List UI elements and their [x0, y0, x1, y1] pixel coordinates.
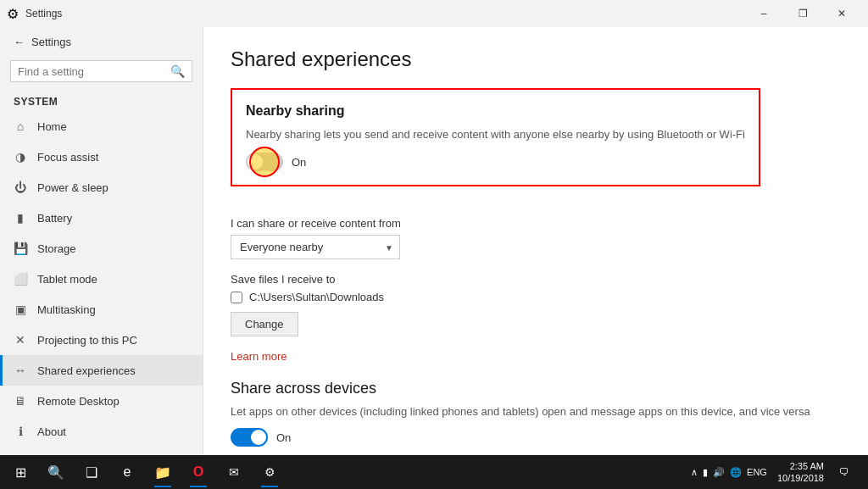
sidebar-item-battery[interactable]: ▮ Battery: [0, 203, 203, 233]
sidebar-item-label-about: About: [37, 425, 66, 438]
share-across-title: Share across devices: [231, 380, 841, 397]
start-button[interactable]: ⊞: [3, 455, 37, 489]
share-across-toggle[interactable]: [231, 428, 268, 447]
taskbar-mail[interactable]: ✉: [217, 455, 251, 489]
task-view-button[interactable]: ❑: [75, 455, 108, 489]
minimize-button[interactable]: –: [744, 0, 783, 27]
taskbar-edge[interactable]: e: [110, 455, 144, 489]
learn-more-link[interactable]: Learn more: [231, 350, 287, 363]
taskbar-date: 10/19/2018: [777, 472, 824, 484]
share-across-desc: Let apps on other devices (including lin…: [231, 404, 841, 420]
sidebar-item-label-projecting: Projecting to this PC: [37, 334, 137, 347]
sidebar-item-home[interactable]: ⌂ Home: [0, 111, 203, 142]
network-icon: 🌐: [730, 467, 742, 478]
tablet-icon: ⬜: [14, 272, 27, 286]
notification-button[interactable]: 🗨: [827, 455, 861, 489]
sidebar-item-label-shared: Shared experiences: [37, 364, 136, 377]
titlebar-title: Settings: [25, 8, 62, 19]
nearby-sharing-section: Nearby sharing Nearby sharing lets you s…: [231, 88, 760, 186]
settings-icon: ⚙: [7, 6, 19, 22]
restore-button[interactable]: ❐: [783, 0, 822, 27]
projecting-icon: ✕: [14, 333, 27, 347]
taskbar: ⊞ 🔍 ❑ e 📁 O ✉ ⚙ ∧ ▮: [0, 455, 868, 489]
sidebar-item-label-tablet-mode: Tablet mode: [37, 273, 97, 286]
sidebar-item-about[interactable]: ℹ About: [0, 416, 203, 447]
sidebar-item-label-storage: Storage: [37, 242, 76, 255]
sidebar-search-box[interactable]: 🔍: [10, 60, 192, 82]
battery-icon: ▮: [14, 211, 27, 225]
home-icon: ⌂: [14, 119, 27, 133]
chevron-up-icon[interactable]: ∧: [691, 467, 698, 478]
sidebar-item-shared-experiences[interactable]: ↔ Shared experiences: [0, 355, 203, 386]
toggle-knob: [248, 154, 263, 169]
battery-taskbar-icon: ▮: [703, 467, 708, 478]
sidebar-back-button[interactable]: ← Settings: [0, 27, 203, 57]
taskbar-right: ∧ ▮ 🔊 🌐 ENG 2:35 AM 10/19/2018 🗨: [684, 455, 865, 489]
titlebar-controls: – ❐ ✕: [744, 0, 861, 27]
main-content: Shared experiences Nearby sharing Nearby…: [203, 27, 868, 455]
running-apps: e 📁 O ✉ ⚙: [110, 455, 287, 489]
sidebar-item-label-battery: Battery: [37, 212, 72, 225]
focus-assist-icon: ◑: [14, 150, 27, 164]
sidebar-item-label-power-sleep: Power & sleep: [37, 181, 108, 194]
nearby-sharing-toggle[interactable]: [246, 153, 283, 171]
save-files-path: C:\Users\Sultan\Downloads: [249, 291, 384, 303]
search-input[interactable]: [18, 65, 170, 78]
taskbar-app-active-indicator: [154, 486, 171, 487]
search-icon: 🔍: [170, 64, 185, 78]
sidebar-item-remote-desktop[interactable]: 🖥 Remote Desktop: [0, 386, 203, 416]
power-icon: ⏻: [14, 181, 27, 194]
taskbar-left: ⊞ 🔍 ❑ e 📁 O ✉ ⚙: [3, 455, 287, 489]
sidebar-item-label-multitasking: Multitasking: [37, 303, 96, 316]
change-button[interactable]: Change: [231, 312, 298, 336]
share-across-toggle-row: On: [231, 428, 841, 447]
sidebar-item-storage[interactable]: 💾 Storage: [0, 233, 203, 264]
nearby-toggle-label: On: [292, 156, 306, 169]
taskbar-explorer[interactable]: 📁: [146, 455, 180, 489]
titlebar-left: ⚙ Settings: [7, 6, 62, 22]
share-receive-select[interactable]: Everyone nearby My devices only: [231, 235, 400, 259]
close-button[interactable]: ✕: [822, 0, 861, 27]
save-files-label: Save files I receive to: [231, 273, 841, 286]
nearby-toggle-wrapper[interactable]: [246, 153, 283, 171]
search-button[interactable]: 🔍: [39, 455, 73, 489]
sidebar-item-label-home: Home: [37, 120, 67, 133]
taskbar-clock[interactable]: 2:35 AM 10/19/2018: [777, 460, 824, 485]
save-files-row: C:\Users\Sultan\Downloads: [231, 291, 841, 303]
sidebar-item-projecting[interactable]: ✕ Projecting to this PC: [0, 325, 203, 355]
sidebar-item-multitasking[interactable]: ▣ Multitasking: [0, 294, 203, 325]
share-across-toggle-knob: [251, 430, 266, 445]
volume-icon[interactable]: 🔊: [713, 467, 725, 478]
save-files-checkbox[interactable]: [231, 292, 242, 303]
taskbar-time: 2:35 AM: [777, 460, 824, 472]
nearby-toggle-row: On: [246, 153, 745, 171]
titlebar: ⚙ Settings – ❐ ✕: [0, 0, 868, 27]
sidebar-item-label-remote: Remote Desktop: [37, 395, 120, 408]
back-arrow-icon: ←: [14, 36, 25, 48]
language-label: ENG: [747, 467, 767, 477]
storage-icon: 💾: [14, 242, 27, 255]
taskbar-opera[interactable]: O: [181, 455, 215, 489]
share-receive-dropdown-wrapper[interactable]: Everyone nearby My devices only ▼: [231, 235, 400, 259]
nearby-sharing-desc: Nearby sharing lets you send and receive…: [246, 127, 745, 142]
share-across-toggle-label: On: [276, 431, 291, 444]
multitasking-icon: ▣: [14, 303, 27, 316]
nearby-sharing-title: Nearby sharing: [246, 103, 745, 119]
about-icon: ℹ: [14, 425, 27, 438]
sidebar-section-label: System: [0, 89, 203, 111]
share-receive-label: I can share or receive content from: [231, 217, 841, 230]
sidebar-item-label-focus-assist: Focus assist: [37, 151, 98, 164]
app-body: ← Settings 🔍 System ⌂ Home ◑ Focus assis…: [0, 27, 868, 455]
remote-icon: 🖥: [14, 394, 27, 408]
taskbar-sys-icons: ∧ ▮ 🔊 🌐 ENG: [684, 467, 774, 478]
taskbar-opera-indicator: [190, 486, 207, 487]
shared-icon: ↔: [14, 364, 27, 377]
taskbar-settings-indicator: [261, 486, 278, 487]
sidebar-back-label: Settings: [31, 36, 71, 48]
page-title: Shared experiences: [231, 47, 841, 71]
sidebar-item-power-sleep[interactable]: ⏻ Power & sleep: [0, 172, 203, 203]
taskbar-settings[interactable]: ⚙: [253, 455, 287, 489]
sidebar: ← Settings 🔍 System ⌂ Home ◑ Focus assis…: [0, 27, 203, 455]
sidebar-item-focus-assist[interactable]: ◑ Focus assist: [0, 142, 203, 172]
sidebar-item-tablet-mode[interactable]: ⬜ Tablet mode: [0, 264, 203, 294]
